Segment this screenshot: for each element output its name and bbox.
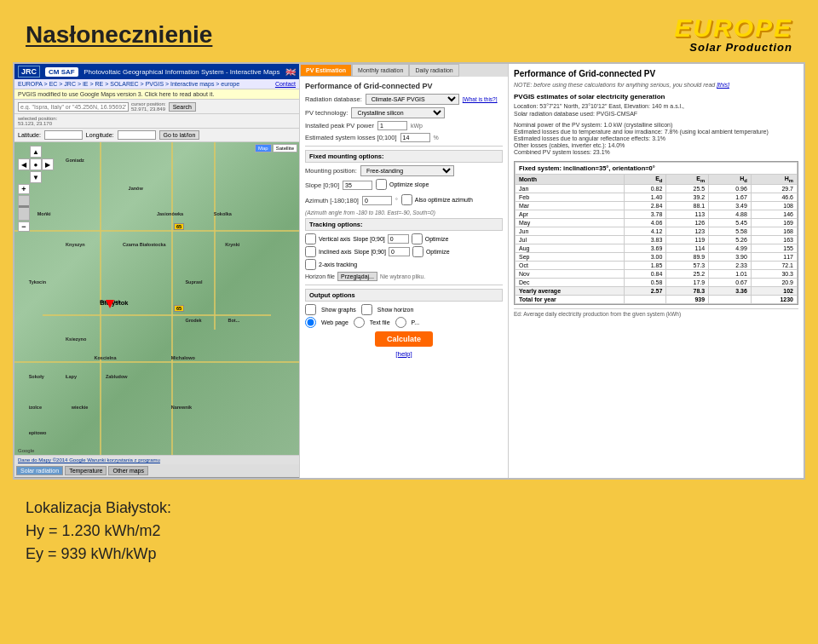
hd-cell: 4.88 (709, 210, 752, 219)
inclined-optimize-checkbox[interactable] (412, 246, 423, 257)
zoom-out-button[interactable]: − (18, 221, 30, 232)
vertical-axis-row: Vertical axis Slope [0;90] Optimize (305, 233, 503, 244)
em-cell: 119 (666, 236, 709, 244)
what-is-this-link[interactable]: [What is this?] (463, 96, 498, 102)
map-placeholder: Goniadz Janów Mońki Jasionówka Sokolka K… (14, 142, 299, 455)
main-content: JRC CM SAF Photovoltaic Geographical Inf… (13, 62, 805, 480)
table-row: Sep 3.00 89.9 3.90 117 (516, 253, 798, 262)
go-to-latlon-button[interactable]: Go to lat/lon (159, 130, 200, 140)
vertical-optimize-checkbox[interactable] (412, 233, 423, 244)
month-cell: Aug (516, 244, 625, 253)
slope-input[interactable] (343, 181, 372, 190)
table-row: Aug 3.69 114 4.99 155 (516, 244, 798, 253)
table-row: Dec 0.58 17.9 0.67 20.9 (516, 279, 798, 287)
ed-cell: 4.12 (624, 227, 666, 236)
map-nav-controls[interactable]: ▲ ◀ ● ▶ ▼ + (18, 146, 54, 232)
textfile-radio[interactable] (354, 317, 365, 328)
azimuth-input[interactable] (362, 196, 392, 205)
tab-daily-radiation[interactable]: Daily radiation (409, 64, 458, 77)
map-center-button[interactable]: ● (30, 158, 42, 170)
contact-link[interactable]: Contact (275, 81, 296, 87)
search-button[interactable]: Search (169, 102, 196, 112)
other-radio[interactable] (395, 317, 406, 328)
month-cell: Nov (516, 270, 625, 279)
pv-tech-select[interactable]: Crystalline silicon (351, 107, 445, 118)
two-axis-checkbox[interactable] (305, 259, 316, 270)
month-cell: Apr (516, 210, 625, 219)
inclined-axis-checkbox[interactable] (305, 246, 316, 257)
mounting-position-select[interactable]: Free-standing (360, 165, 454, 176)
map-footer-text[interactable]: Dane do Mapy ©2014 Google Warunki korzys… (18, 457, 160, 463)
radiation-db-select[interactable]: Climate-SAF PVGIS (366, 94, 459, 105)
map-right-button[interactable]: ▶ (42, 158, 54, 170)
optimize-slope-checkbox-row: Optimize slope (376, 179, 429, 190)
map-left-button[interactable]: ◀ (18, 158, 30, 170)
longitude-input[interactable] (118, 130, 156, 140)
show-horizon-checkbox[interactable] (361, 304, 372, 315)
tab-pv-estimation[interactable]: PV Estimation (300, 64, 352, 77)
browse-button[interactable]: Przeglądaj... (337, 272, 377, 281)
hm-cell: 155 (751, 244, 797, 253)
this-link[interactable]: [this] (717, 82, 729, 88)
month-cell: Jul (516, 236, 625, 244)
ed-cell: 0.58 (624, 279, 666, 287)
map-type-satellite-button[interactable]: Satellite (273, 144, 297, 152)
map-search-input[interactable] (18, 102, 129, 112)
total-for-year-row: Total for year 939 1230 (516, 296, 798, 304)
results-table: Fixed system: inclination=35°, orientati… (515, 162, 798, 304)
map-type-map-button[interactable]: Map (255, 144, 272, 152)
month-cell: Jan (516, 185, 625, 193)
hm-cell: 72.1 (751, 262, 797, 270)
ed-cell: 3.69 (624, 244, 666, 253)
peak-power-row: Installed peak PV power kWp (305, 121, 503, 130)
tab-monthly-radiation[interactable]: Monthly radiation (352, 64, 409, 77)
hd-cell: 0.67 (709, 279, 752, 287)
city-label: Narewnik (171, 405, 192, 410)
em-cell: 113 (666, 210, 709, 219)
show-graphs-checkbox[interactable] (305, 304, 316, 315)
city-label: Sokoły (29, 374, 44, 379)
map-pin (106, 300, 114, 308)
calculate-button[interactable]: Calculate (375, 331, 433, 347)
month-cell: Jun (516, 227, 625, 236)
hd-cell: 0.96 (709, 185, 752, 193)
vertical-axis-checkbox[interactable] (305, 233, 316, 244)
vertical-slope-input[interactable] (388, 234, 409, 244)
yearly-label: Yearly average (516, 287, 625, 296)
em-cell: 17.9 (666, 279, 709, 287)
system-losses-input[interactable] (400, 133, 430, 142)
map-down-button[interactable]: ▼ (30, 171, 42, 183)
tab-solar-radiation[interactable]: Solar radiation (16, 466, 63, 475)
table-row: Jun 4.12 123 5.58 168 (516, 227, 798, 236)
tab-temperature[interactable]: Temperature (65, 466, 107, 475)
total-hm: 1230 (751, 296, 797, 304)
inclined-slope-input[interactable] (389, 247, 410, 256)
peak-power-input[interactable] (377, 121, 407, 130)
optimize-azimuth-checkbox[interactable] (401, 194, 412, 205)
city-label: Czarna Białostocka (123, 242, 166, 247)
hd-cell: 1.01 (709, 270, 752, 279)
latitude-input[interactable] (44, 130, 83, 140)
tracking-options-header: Tracking options: (305, 218, 503, 231)
webpage-radio[interactable] (305, 317, 316, 328)
no-file-label: Nie wybrano pliku. (380, 273, 425, 279)
tab-other-maps[interactable]: Other maps (108, 466, 148, 475)
hd-cell: 5.26 (709, 236, 752, 244)
em-cell: 126 (666, 219, 709, 227)
map-up-button[interactable]: ▲ (30, 146, 42, 158)
yearly-hm: 102 (751, 287, 797, 296)
cursor-position-label: cursor position:52.971, 23.849 (131, 101, 166, 112)
yearly-em: 78.3 (666, 287, 709, 296)
selected-position-row: selected position:53.123, 23.170 (14, 114, 299, 129)
em-cell: 39.2 (666, 193, 709, 202)
zoom-in-button[interactable]: + (18, 184, 30, 194)
col-em: Em (666, 175, 709, 185)
optimize-slope-checkbox[interactable] (376, 179, 387, 190)
map-tab-bar: Solar radiation Temperature Other maps (14, 464, 299, 478)
results-title: Performance of Grid-connected PV (514, 69, 798, 78)
help-link[interactable]: [help] (305, 350, 503, 358)
mounting-position-row: Mounting position: Free-standing (305, 165, 503, 176)
losses-other-stat: Other losses (cables, inverter etc.): 14… (514, 142, 798, 148)
inclined-axis-row: Inclined axis Slope [0;90] Optimize (305, 246, 503, 257)
pvgis-warning[interactable]: PVGIS modified to use Google Maps versio… (14, 89, 299, 100)
